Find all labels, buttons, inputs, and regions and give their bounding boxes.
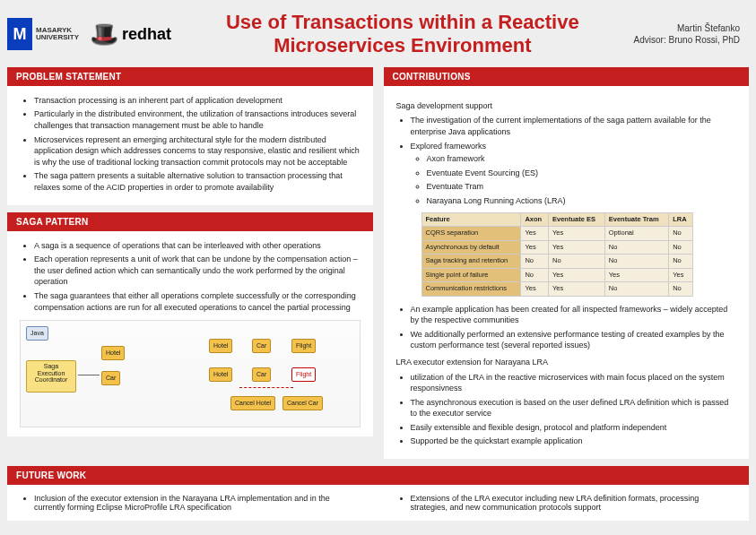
- saga-diagram: Java Saga Execution Coordinator Hotel Ca…: [20, 320, 361, 427]
- framework-item: Axon framework: [427, 153, 737, 165]
- td: Yes: [549, 240, 605, 255]
- left-column: PROBLEM STATEMENT Transaction processing…: [7, 67, 373, 459]
- td: No: [521, 268, 549, 282]
- diagram-sec-node: Saga Execution Coordinator: [26, 360, 76, 393]
- th: Eventuate ES: [549, 212, 605, 227]
- advisor-name: Advisor: Bruno Rossi, PhD: [634, 34, 740, 46]
- td: No: [669, 282, 693, 297]
- th: Eventuate Tram: [604, 212, 668, 227]
- table-row: Asynchronous by defaultYesYesNoNo: [421, 240, 693, 255]
- diagram-node: Hotel: [101, 346, 125, 360]
- masaryk-logo: M MASARYK UNIVERSITY: [7, 18, 79, 50]
- table-row: Single point of failureNoYesYesYes: [421, 268, 693, 282]
- bullet: Transaction processing is an inherent pa…: [34, 95, 361, 107]
- bullet: Inclusion of the executor extension in t…: [34, 494, 361, 512]
- author-name: Martin Štefanko: [634, 22, 740, 34]
- future-right: Extensions of the LRA executor including…: [396, 494, 737, 512]
- saga-dev-subhead: Saga development support: [396, 100, 737, 112]
- td: Yes: [549, 282, 605, 297]
- saga-header: SAGA PATTERN: [7, 212, 373, 231]
- redhat-logo: 🎩 redhat: [90, 22, 171, 46]
- bullet: Explored frameworks Axon framework Event…: [411, 141, 737, 207]
- bullet: The asynchronous execution is based on t…: [411, 397, 737, 419]
- td: Yes: [521, 240, 549, 255]
- th: Axon: [521, 212, 549, 227]
- framework-item: Eventuate Tram: [427, 181, 737, 193]
- td: Yes: [549, 268, 605, 282]
- td: Yes: [669, 268, 693, 282]
- contrib-bullets-2: An example application has been created …: [396, 304, 737, 351]
- redhat-text: redhat: [122, 25, 171, 44]
- diagram-node: Cancel Hotel: [230, 396, 275, 410]
- contrib-section: CONTRIBUTIONS Saga development support T…: [384, 67, 750, 459]
- saga-body: A saga is a sequence of operations that …: [7, 231, 373, 437]
- diagram-node: Flight: [291, 339, 316, 353]
- bullet: utilization of the LRA in the reactive m…: [411, 372, 737, 394]
- bullet: Extensions of the LRA executor including…: [411, 494, 737, 512]
- bullet: Easily extensible and flexible design, p…: [411, 422, 737, 434]
- td: Yes: [549, 227, 605, 241]
- problem-header: PROBLEM STATEMENT: [7, 67, 373, 86]
- contrib-bullets-3: utilization of the LRA in the reactive m…: [396, 372, 737, 448]
- diagram-arrow-dash: [239, 387, 293, 388]
- comparison-table: Feature Axon Eventuate ES Eventuate Tram…: [421, 212, 694, 297]
- table-row: Communication restrictionsYesYesNoNo: [421, 282, 693, 297]
- td: Yes: [521, 282, 549, 297]
- saga-bullets: A saga is a sequence of operations that …: [20, 240, 361, 314]
- masaryk-logo-text: MASARYK UNIVERSITY: [36, 27, 79, 43]
- right-column: CONTRIBUTIONS Saga development support T…: [384, 67, 750, 459]
- future-header: FUTURE WORK: [7, 466, 749, 485]
- td: Yes: [604, 268, 668, 282]
- td: Optional: [604, 227, 668, 241]
- td: No: [604, 240, 668, 255]
- td: No: [521, 255, 549, 269]
- poster-root: M MASARYK UNIVERSITY 🎩 redhat Use of Tra…: [0, 0, 756, 535]
- diagram-node: Car: [101, 371, 120, 385]
- td: No: [669, 227, 693, 241]
- td: CQRS separation: [421, 227, 521, 241]
- bullet: A saga is a sequence of operations that …: [34, 240, 361, 252]
- poster-header: M MASARYK UNIVERSITY 🎩 redhat Use of Tra…: [7, 7, 749, 67]
- td: No: [669, 255, 693, 269]
- td: No: [604, 255, 668, 269]
- bullet: Each operation represents a unit of work…: [34, 254, 361, 288]
- diagram-arrow: [78, 375, 100, 375]
- bullet: We additionally performed an extensive p…: [411, 329, 737, 351]
- diagram-node: Java: [26, 326, 48, 341]
- td: Yes: [521, 227, 549, 241]
- future-section: FUTURE WORK Inclusion of the executor ex…: [7, 466, 749, 521]
- td: Communication restrictions: [421, 282, 521, 297]
- problem-bullets: Transaction processing is an inherent pa…: [20, 95, 361, 194]
- frameworks-list: Axon framework Eventuate Event Sourcing …: [411, 153, 737, 206]
- contrib-header: CONTRIBUTIONS: [384, 67, 750, 86]
- diagram-node: Car: [252, 367, 271, 382]
- table-header-row: Feature Axon Eventuate ES Eventuate Tram…: [421, 212, 693, 227]
- diagram-node-fail: Flight: [291, 367, 316, 382]
- future-left: Inclusion of the executor extension in t…: [20, 494, 361, 512]
- bullet: Microservices represent an emerging arch…: [34, 134, 361, 168]
- diagram-node: Hotel: [209, 367, 232, 382]
- lra-subhead: LRA executor extension for Narayana LRA: [396, 357, 737, 368]
- masaryk-logo-icon: M: [7, 18, 32, 50]
- contrib-body: Saga development support The investigati…: [384, 86, 750, 459]
- poster-title: Use of Transactions within a Reactive Mi…: [189, 11, 616, 58]
- td: Saga tracking and retention: [421, 255, 521, 269]
- th: LRA: [669, 212, 693, 227]
- contrib-bullets-1: The investigation of the current impleme…: [396, 115, 737, 206]
- redhat-hat-icon: 🎩: [90, 22, 118, 46]
- table-row: Saga tracking and retentionNoNoNoNo: [421, 255, 693, 269]
- bullet: An example application has been created …: [411, 304, 737, 326]
- uni-line2: UNIVERSITY: [36, 34, 79, 42]
- diagram-node: Hotel: [209, 339, 232, 353]
- td: Asynchronous by default: [421, 240, 521, 255]
- problem-section: PROBLEM STATEMENT Transaction processing…: [7, 67, 373, 205]
- th: Feature: [421, 212, 521, 227]
- logos-block: M MASARYK UNIVERSITY 🎩 redhat: [7, 18, 171, 50]
- bullet: The saga pattern presents a suitable alt…: [34, 170, 361, 193]
- bullet: The investigation of the current impleme…: [411, 115, 737, 137]
- td: No: [604, 282, 668, 297]
- td: No: [549, 255, 605, 269]
- future-body: Inclusion of the executor extension in t…: [7, 485, 749, 521]
- framework-item: Eventuate Event Sourcing (ES): [427, 168, 737, 179]
- saga-section: SAGA PATTERN A saga is a sequence of ope…: [7, 212, 373, 437]
